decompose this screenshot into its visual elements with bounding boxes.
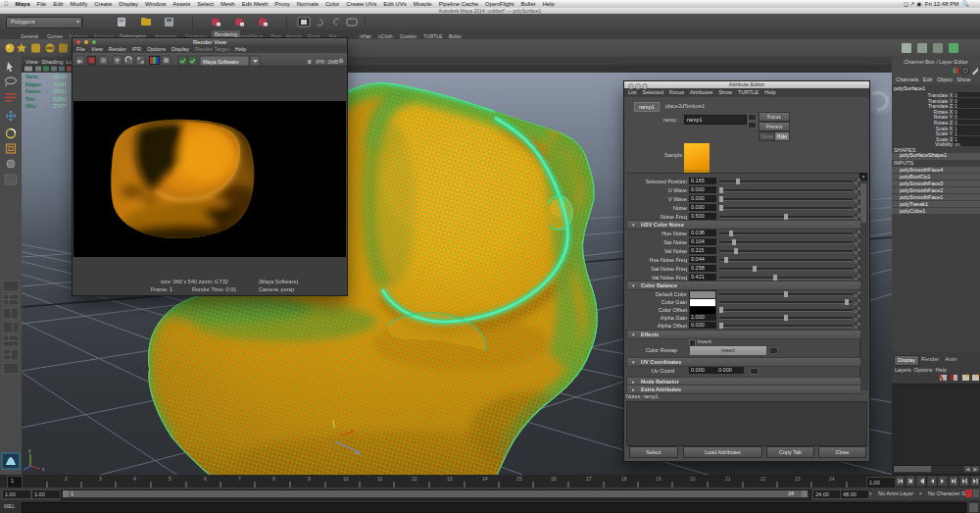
svg-text:2: 2 bbox=[65, 476, 68, 482]
svg-text:UVs:: UVs: bbox=[25, 103, 37, 109]
svg-text:IPR: 0MB: IPR: 0MB bbox=[316, 59, 339, 65]
svg-text:3: 3 bbox=[99, 476, 102, 482]
svg-text:Edges:: Edges: bbox=[25, 81, 42, 87]
svg-text:24: 24 bbox=[829, 476, 835, 482]
svg-text:6: 6 bbox=[204, 476, 207, 482]
svg-text:16: 16 bbox=[551, 476, 557, 482]
svg-text:22: 22 bbox=[760, 476, 766, 482]
svg-text:19: 19 bbox=[656, 476, 662, 482]
svg-text:51862: 51862 bbox=[53, 96, 67, 102]
svg-text:21: 21 bbox=[725, 476, 731, 482]
svg-text:Verts:: Verts: bbox=[25, 74, 39, 79]
svg-text:12: 12 bbox=[412, 476, 417, 482]
svg-text:20: 20 bbox=[690, 476, 696, 482]
svg-text:8: 8 bbox=[272, 476, 275, 482]
svg-text:10: 10 bbox=[343, 476, 349, 482]
svg-text:17: 17 bbox=[586, 476, 592, 482]
svg-text:Maya Software: Maya Software bbox=[203, 59, 239, 65]
svg-text:4: 4 bbox=[133, 476, 136, 482]
svg-text:7: 7 bbox=[238, 476, 241, 482]
svg-text:Tris:: Tris: bbox=[25, 96, 36, 102]
svg-text:Faces:: Faces: bbox=[25, 88, 41, 94]
svg-text:18: 18 bbox=[621, 476, 627, 482]
svg-text:27477: 27477 bbox=[53, 103, 67, 109]
svg-text:23: 23 bbox=[795, 476, 801, 482]
svg-text:5: 5 bbox=[169, 476, 172, 482]
svg-text:26033: 26033 bbox=[53, 74, 67, 79]
svg-text:25931: 25931 bbox=[53, 88, 67, 94]
svg-text:15: 15 bbox=[516, 476, 522, 482]
svg-text:13: 13 bbox=[447, 476, 453, 482]
svg-text:14: 14 bbox=[482, 476, 488, 482]
svg-text:9: 9 bbox=[308, 476, 311, 482]
svg-text:11: 11 bbox=[377, 476, 382, 482]
svg-text:II: II bbox=[308, 59, 312, 65]
svg-text:persp: persp bbox=[441, 467, 457, 473]
svg-text:31941: 31941 bbox=[53, 81, 67, 87]
